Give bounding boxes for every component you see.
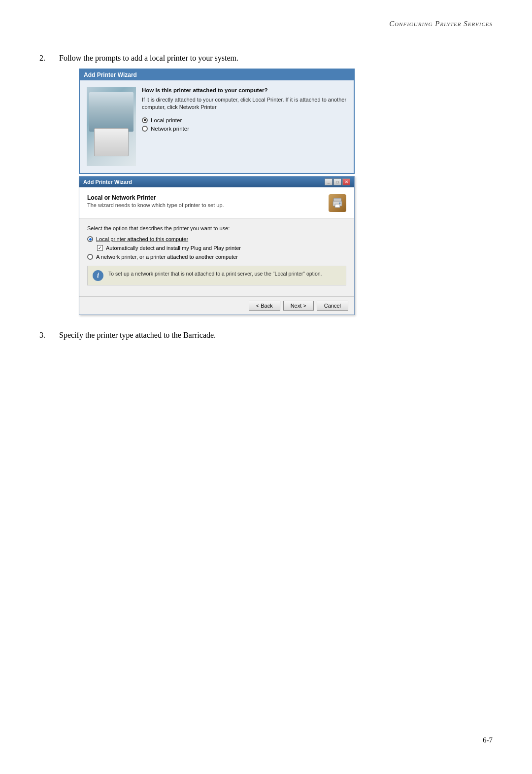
outer-radio-network[interactable]: Network printer [142,126,347,132]
step-3-container: 3. Specify the printer type attached to … [39,330,493,340]
inner-radio-local-circle [87,236,93,242]
outer-wizard: Add Printer Wizard How is this printer a… [79,69,355,174]
outer-radio-network-circle [142,126,148,132]
page-header: Configuring Printer Services [0,0,532,28]
step-3-text: Specify the printer type attached to the… [59,330,216,340]
header-title: Configuring Printer Services [389,20,493,28]
outer-radio-local-label: Local printer [151,117,182,123]
inner-wizard: Add Printer Wizard _ □ ✕ Local or Networ… [79,176,355,315]
plugplay-label: Automatically detect and install my Plug… [106,245,241,251]
inner-wizard-title-text: Add Printer Wizard [83,179,132,185]
svg-rect-2 [335,204,340,208]
outer-wizard-title: Add Printer Wizard [80,70,354,80]
maximize-button[interactable]: □ [333,178,341,185]
page-number: 6-7 [483,736,493,744]
inner-radio-network-label: A network printer, or a printer attached… [96,254,238,260]
inner-radio-network[interactable]: A network printer, or a printer attached… [87,254,346,260]
info-text: To set up a network printer that is not … [108,270,322,278]
inner-wizard-titlebar: Add Printer Wizard _ □ ✕ [79,176,354,187]
step-2-container: 2. Follow the prompts to add a local pri… [39,53,493,315]
wizard-printer-image [87,87,136,166]
page-content: 2. Follow the prompts to add a local pri… [0,28,532,340]
titlebar-buttons: _ □ ✕ [325,178,350,185]
step-2-number: 2. [39,53,59,63]
inner-radio-network-circle [87,254,93,260]
inner-wizard-content: Select the option that describes the pri… [79,218,354,292]
minimize-button[interactable]: _ [325,178,332,185]
outer-wizard-body: How is this printer attached to your com… [80,80,354,173]
svg-point-3 [339,203,341,204]
close-button[interactable]: ✕ [342,178,350,185]
inner-radio-local-label: Local printer attached to this computer [96,236,188,242]
plugplay-checkbox[interactable]: ✓ [97,245,103,251]
outer-radio-local[interactable]: Local printer [142,117,347,123]
outer-wizard-content: How is this printer attached to your com… [142,87,347,166]
info-box: i To set up a network printer that is no… [87,266,346,285]
next-button[interactable]: Next > [283,301,314,311]
outer-radio-local-circle [142,117,148,123]
cancel-button[interactable]: Cancel [317,301,348,311]
outer-radio-network-label: Network printer [151,126,189,132]
inner-wizard-footer: < Back Next > Cancel [79,296,354,315]
step-2-text: Follow the prompts to add a local printe… [59,53,493,63]
outer-wizard-description: If it is directly attached to your compu… [142,96,347,111]
step-3-number: 3. [39,330,59,340]
inner-checkbox-plugplay[interactable]: ✓ Automatically detect and install my Pl… [97,245,346,251]
inner-wizard-section-title: Local or Network Printer [87,194,329,201]
inner-wizard-body: Local or Network Printer The wizard need… [79,187,354,315]
inner-wizard-prompt: Select the option that describes the pri… [87,225,346,231]
printer-icon [329,194,346,212]
info-icon: i [93,270,103,281]
inner-wizard-top: Local or Network Printer The wizard need… [79,187,354,218]
inner-wizard-section-subtitle: The wizard needs to know which type of p… [87,202,329,208]
outer-wizard-question: How is this printer attached to your com… [142,87,347,93]
back-button[interactable]: < Back [249,301,280,311]
inner-radio-local[interactable]: Local printer attached to this computer [87,236,346,242]
inner-wizard-title-section: Local or Network Printer The wizard need… [87,194,329,208]
